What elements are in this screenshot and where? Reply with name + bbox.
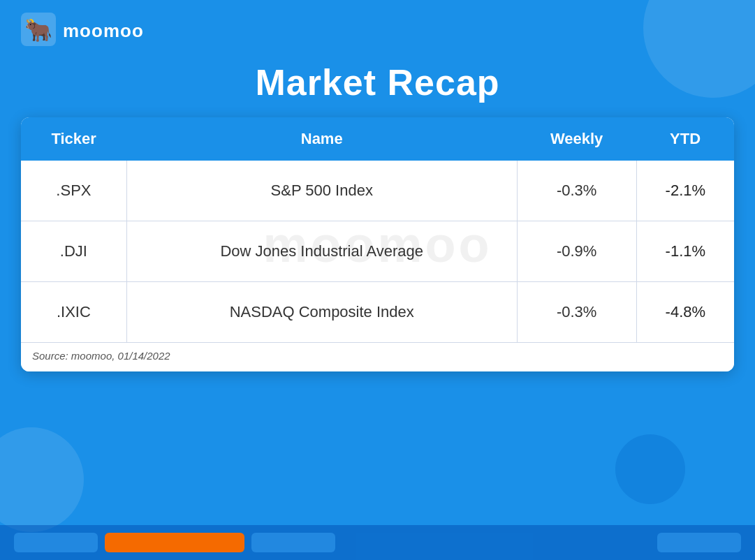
bottom-bar [0,525,755,560]
col-header-ticker: Ticker [21,117,126,161]
source-text: Source: moomoo, 01/14/2022 [32,350,170,362]
cell-spx-weekly: -0.3% [517,161,636,221]
table-row: .DJI Dow Jones Industrial Average -0.9% … [21,221,734,282]
cell-spx-name: S&P 500 Index [126,161,517,221]
bottom-pill-2 [251,533,335,552]
header: 🐂 moomoo [0,0,755,61]
cell-dji-weekly: -0.9% [517,221,636,282]
bottom-pill-orange [105,533,244,552]
svg-text:🐂: 🐂 [24,17,52,43]
bg-decoration-2 [0,427,84,532]
bg-decoration-3 [615,434,685,504]
table-row: .SPX S&P 500 Index -0.3% -2.1% [21,161,734,221]
market-recap-table-container: moomoo Ticker Name Weekly YTD .SPX S&P 5… [21,117,734,371]
cell-ixic-name: NASDAQ Composite Index [126,282,517,343]
cell-spx-ticker: .SPX [21,161,126,221]
table-row: .IXIC NASDAQ Composite Index -0.3% -4.8% [21,282,734,343]
col-header-name: Name [126,117,517,161]
logo-text: moomoo [63,20,144,42]
cell-dji-name: Dow Jones Industrial Average [126,221,517,282]
cell-dji-ytd: -1.1% [636,221,734,282]
logo-icon: 🐂 [21,13,56,49]
cell-dji-ticker: .DJI [21,221,126,282]
cell-ixic-ytd: -4.8% [636,282,734,343]
cell-ixic-weekly: -0.3% [517,282,636,343]
bottom-pill-1 [14,533,98,552]
table-header-row: Ticker Name Weekly YTD [21,117,734,161]
source-footer: Source: moomoo, 01/14/2022 [21,342,734,371]
market-recap-table: Ticker Name Weekly YTD .SPX S&P 500 Inde… [21,117,734,342]
cell-spx-ytd: -2.1% [636,161,734,221]
bottom-pill-3 [657,533,741,552]
page-title: Market Recap [0,61,755,103]
col-header-ytd: YTD [636,117,734,161]
col-header-weekly: Weekly [517,117,636,161]
cell-ixic-ticker: .IXIC [21,282,126,343]
